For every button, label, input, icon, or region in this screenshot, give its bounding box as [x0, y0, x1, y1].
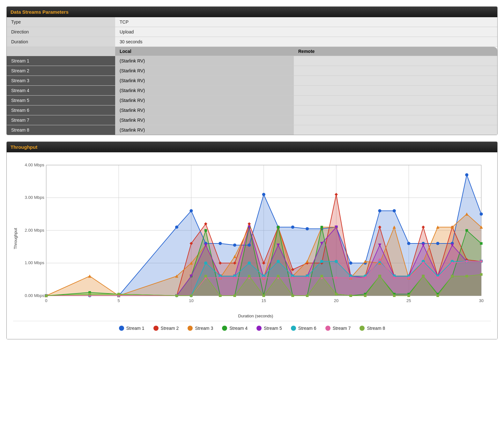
svg-point-46	[436, 242, 439, 245]
row-label: Duration	[7, 37, 115, 47]
stream-label: Stream 4	[7, 86, 115, 96]
svg-rect-105	[204, 229, 207, 232]
legend-item: Stream 2	[153, 326, 179, 331]
stream-remote	[294, 56, 497, 66]
stream-row: Stream 8 (Starlink RV)	[7, 125, 497, 135]
svg-text:5: 5	[117, 298, 120, 303]
svg-rect-205	[204, 275, 207, 278]
svg-rect-219	[407, 294, 410, 297]
svg-marker-76	[88, 275, 91, 278]
svg-rect-110	[277, 226, 279, 228]
subheader-row: Local Remote	[7, 47, 497, 56]
stream-local: (Starlink RV)	[115, 56, 294, 66]
svg-rect-204	[190, 294, 192, 297]
legend-dot	[222, 326, 227, 331]
svg-text:0: 0	[45, 298, 47, 303]
svg-rect-207	[233, 294, 236, 297]
row-value: 30 seconds	[115, 37, 497, 47]
svg-point-42	[378, 209, 381, 213]
svg-rect-212	[306, 294, 308, 297]
stream-label: Stream 2	[7, 66, 115, 76]
svg-point-49	[480, 213, 483, 216]
y-axis-label: Throughput	[13, 159, 18, 318]
stream-row: Stream 4 (Starlink RV)	[7, 86, 497, 96]
svg-rect-223	[465, 275, 468, 278]
svg-point-32	[233, 243, 236, 247]
svg-rect-208	[248, 275, 250, 278]
table-row: DirectionUpload	[7, 27, 497, 37]
legend-item: Stream 8	[359, 326, 385, 331]
legend-label: Stream 2	[161, 326, 179, 331]
chart-title: Throughput	[11, 144, 37, 150]
svg-rect-217	[378, 275, 381, 278]
stream-local: (Starlink RV)	[115, 105, 294, 115]
svg-rect-221	[436, 294, 439, 297]
svg-point-37	[306, 227, 309, 230]
svg-point-28	[175, 226, 178, 229]
svg-rect-203	[175, 294, 178, 297]
chart-body: Throughput 0.00 Mbps1.00 Mbps2.00 Mbps3.…	[7, 152, 497, 339]
x-axis-label: Duration (seconds)	[20, 314, 491, 318]
row-label: Direction	[7, 27, 115, 37]
svg-point-164	[335, 260, 338, 263]
stream-remote	[294, 125, 497, 135]
svg-rect-124	[480, 242, 483, 245]
svg-rect-123	[465, 229, 468, 232]
stream-local: (Starlink RV)	[115, 86, 294, 96]
stream-local: (Starlink RV)	[115, 96, 294, 105]
stream-label: Stream 6	[7, 105, 115, 115]
svg-point-36	[291, 226, 294, 229]
stream-row: Stream 5 (Starlink RV)	[7, 96, 497, 105]
stream-remote	[294, 76, 497, 86]
svg-text:1.00 Mbps: 1.00 Mbps	[25, 261, 45, 265]
svg-point-48	[465, 173, 468, 177]
stream-label: Stream 1	[7, 56, 115, 66]
legend-item: Stream 4	[222, 326, 248, 331]
legend-item: Stream 6	[291, 326, 316, 331]
stream-local: (Starlink RV)	[115, 125, 294, 135]
stream-local: (Starlink RV)	[115, 76, 294, 86]
chart-header: Throughput	[7, 142, 497, 152]
svg-point-33	[248, 243, 251, 247]
legend-dot	[325, 326, 330, 331]
params-section: Data Streams Parameters TypeTCPDirection…	[6, 6, 498, 135]
svg-rect-113	[321, 226, 323, 228]
svg-point-160	[277, 260, 280, 263]
svg-rect-215	[349, 294, 352, 297]
legend-dot	[153, 326, 159, 331]
svg-marker-64	[335, 193, 338, 196]
stream-label: Stream 7	[7, 115, 115, 125]
svg-rect-206	[219, 294, 221, 297]
params-header: Data Streams Parameters	[7, 7, 497, 17]
legend-label: Stream 6	[298, 326, 316, 331]
stream-remote	[294, 105, 497, 115]
chart-inner: 0.00 Mbps1.00 Mbps2.00 Mbps3.00 Mbps4.00…	[20, 159, 491, 318]
svg-text:30: 30	[479, 298, 484, 303]
svg-point-43	[393, 209, 396, 213]
svg-rect-200	[45, 294, 48, 297]
svg-text:15: 15	[261, 298, 266, 303]
svg-point-29	[189, 209, 193, 213]
stream-row: Stream 2 (Starlink RV)	[7, 66, 497, 76]
stream-remote	[294, 96, 497, 105]
svg-text:0.00 Mbps: 0.00 Mbps	[25, 293, 45, 298]
chart-section: Throughput Throughput 0.00 Mbps1.00 Mbps…	[6, 141, 498, 339]
stream-row: Stream 1 (Starlink RV)	[7, 56, 497, 66]
params-title: Data Streams Parameters	[11, 9, 69, 15]
subheader-remote: Remote	[294, 47, 497, 56]
table-row: TypeTCP	[7, 17, 497, 27]
chart-area: Throughput 0.00 Mbps1.00 Mbps2.00 Mbps3.…	[13, 159, 491, 318]
legend-dot	[291, 326, 296, 331]
legend-dot	[188, 326, 193, 331]
legend-dot	[359, 326, 365, 331]
stream-remote	[294, 86, 497, 96]
stream-label: Stream 3	[7, 76, 115, 86]
svg-text:2.00 Mbps: 2.00 Mbps	[25, 228, 45, 233]
svg-rect-209	[263, 294, 265, 297]
table-row: Duration30 seconds	[7, 37, 497, 47]
subheader-empty	[7, 47, 115, 56]
legend-item: Stream 3	[188, 326, 213, 331]
svg-rect-211	[292, 294, 294, 297]
svg-text:25: 25	[406, 298, 411, 303]
stream-label: Stream 5	[7, 96, 115, 105]
